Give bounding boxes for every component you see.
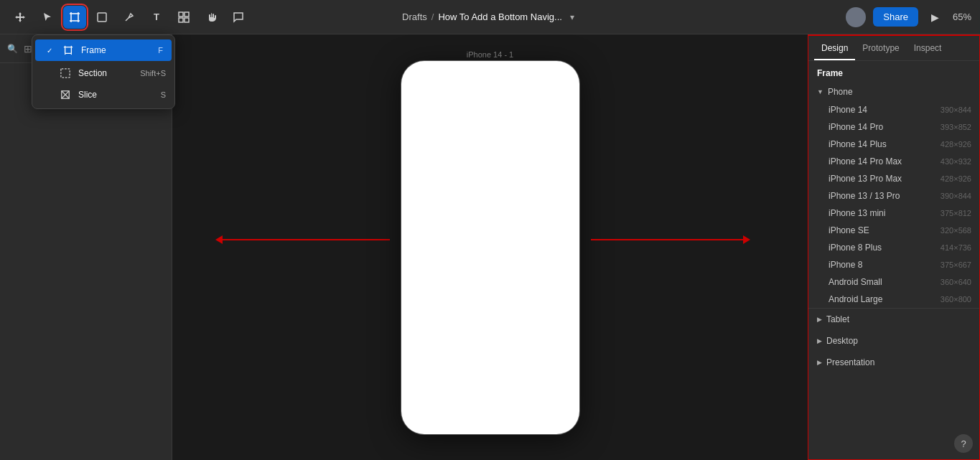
dropdown-frame-shortcut: F <box>158 46 163 55</box>
phone-frame <box>401 61 579 434</box>
frame-item[interactable]: Android Small360×640 <box>808 273 980 291</box>
tablet-chevron-icon: ▶ <box>817 316 822 323</box>
phone-chevron-icon: ▼ <box>817 88 823 95</box>
section-check-placeholder <box>41 67 52 79</box>
frame-item[interactable]: iPhone SE320×568 <box>808 222 980 239</box>
frame-item-size: 360×640 <box>941 278 971 286</box>
svg-rect-21 <box>61 69 70 78</box>
tab-design[interactable]: Design <box>814 36 855 60</box>
play-button[interactable]: ▶ <box>925 7 946 27</box>
breadcrumb-chevron-icon[interactable]: ▾ <box>566 11 578 23</box>
frame-item[interactable]: iPhone 14 Plus428×926 <box>808 136 980 153</box>
frame-tool-button[interactable] <box>63 6 86 29</box>
arrow-left-head <box>215 235 223 244</box>
frame-item[interactable]: iPhone 14390×844 <box>808 101 980 118</box>
right-arrow <box>591 239 751 240</box>
frame-tool-dropdown: ✓ Frame F Section Shift+S Slice S <box>32 34 175 109</box>
svg-rect-0 <box>71 14 78 21</box>
frame-item-label: iPhone 8 <box>829 260 862 270</box>
svg-rect-13 <box>185 18 189 22</box>
frame-item-label: iPhone 13 / 13 Pro <box>829 191 900 201</box>
tab-prototype[interactable]: Prototype <box>855 36 906 60</box>
frame-item-label: iPhone 14 Plus <box>829 139 887 149</box>
frame-item[interactable]: iPhone 14 Pro Max430×932 <box>808 153 980 170</box>
frame-item-size: 390×844 <box>941 105 971 114</box>
presentation-chevron-icon: ▶ <box>817 359 822 366</box>
section-icon <box>60 67 71 79</box>
pen-tool-button[interactable] <box>118 6 141 29</box>
frame-item-size: 320×568 <box>941 226 971 235</box>
dropdown-item-slice[interactable]: Slice S <box>32 84 174 105</box>
frame-item-label: iPhone 14 Pro <box>829 122 883 132</box>
breadcrumb-section[interactable]: Drafts <box>402 11 427 22</box>
desktop-chevron-icon: ▶ <box>817 337 822 344</box>
frame-item[interactable]: iPhone 8 Plus414×736 <box>808 239 980 256</box>
category-desktop-label: Desktop <box>826 336 858 346</box>
avatar <box>846 7 866 27</box>
right-panel-content: Frame ▼ Phone iPhone 14390×844iPhone 14 … <box>808 61 980 460</box>
frame-item-size: 393×852 <box>941 123 971 131</box>
toolbar-center: Drafts / How To Add a Bottom Navig... ▾ <box>402 11 578 23</box>
comment-tool-button[interactable] <box>227 6 250 29</box>
category-phone[interactable]: ▼ Phone <box>808 83 980 101</box>
frame-item-size: 375×667 <box>941 260 971 269</box>
frame-item-label: iPhone 8 Plus <box>829 243 882 253</box>
move-tool-button[interactable] <box>9 6 32 29</box>
frame-icon <box>62 44 74 56</box>
frame-item[interactable]: iPhone 13 / 13 Pro390×844 <box>808 187 980 205</box>
frame-item[interactable]: iPhone 14 Pro393×852 <box>808 118 980 136</box>
category-tablet[interactable]: ▶ Tablet <box>808 309 980 330</box>
frame-item-size: 360×800 <box>941 295 971 304</box>
frame-item[interactable]: iPhone 13 Pro Max428×926 <box>808 170 980 187</box>
shape-tool-button[interactable] <box>90 6 113 29</box>
frame-item-size: 428×926 <box>941 174 971 183</box>
category-presentation[interactable]: ▶ Presentation <box>808 352 980 373</box>
toolbar: T Drafts / How To Add a Bottom Navig... … <box>0 0 980 34</box>
check-icon: ✓ <box>44 44 55 56</box>
dropdown-frame-label: Frame <box>81 45 151 55</box>
arrow-right-head <box>743 235 750 244</box>
arrow-right-line <box>591 239 744 240</box>
dropdown-slice-shortcut: S <box>161 90 166 99</box>
category-desktop[interactable]: ▶ Desktop <box>808 330 980 352</box>
breadcrumb-title[interactable]: How To Add a Bottom Navig... <box>438 11 561 22</box>
dropdown-section-shortcut: Shift+S <box>140 69 166 78</box>
frame-item-label: iPhone SE <box>829 225 869 235</box>
frame-item-label: iPhone 14 Pro Max <box>829 156 902 166</box>
right-panel: Design Prototype Inspect Frame ▼ Phone i… <box>808 34 980 460</box>
text-tool-button[interactable]: T <box>145 6 168 29</box>
frame-item[interactable]: iPhone 13 mini375×812 <box>808 205 980 222</box>
frame-item-size: 428×926 <box>941 140 971 149</box>
components-tool-button[interactable] <box>172 6 195 29</box>
category-phone-label: Phone <box>828 87 853 97</box>
dropdown-section-label: Section <box>78 68 133 78</box>
zoom-level[interactable]: 65% <box>953 11 971 22</box>
select-tool-button[interactable] <box>36 6 59 29</box>
svg-rect-10 <box>179 12 183 17</box>
frame-item-size: 430×932 <box>941 157 971 166</box>
frame-item-label: iPhone 14 <box>829 105 867 115</box>
category-tablet-label: Tablet <box>826 314 849 324</box>
dropdown-item-frame[interactable]: ✓ Frame F <box>35 39 172 61</box>
tab-inspect[interactable]: Inspect <box>907 36 949 60</box>
breadcrumb-separator: / <box>431 11 434 22</box>
dropdown-item-section[interactable]: Section Shift+S <box>32 62 174 84</box>
frame-item-label: Android Large <box>829 294 882 304</box>
share-button[interactable]: Share <box>873 7 918 27</box>
frame-item[interactable]: Android Large360×800 <box>808 291 980 308</box>
hand-tool-button[interactable] <box>200 6 223 29</box>
breadcrumb: Drafts / How To Add a Bottom Navig... <box>402 11 562 22</box>
slice-icon <box>60 89 71 100</box>
frame-item-label: iPhone 13 mini <box>829 208 885 218</box>
frame-item[interactable]: iPhone 8375×667 <box>808 256 980 273</box>
canvas-area[interactable]: iPhone 14 - 1 <box>172 34 808 460</box>
svg-rect-14 <box>65 47 72 54</box>
left-arrow <box>215 239 390 240</box>
search-icon[interactable]: 🔍 <box>7 44 18 54</box>
toolbar-right: Share ▶ 65% <box>846 7 971 27</box>
frame-item-label: iPhone 13 Pro Max <box>829 174 902 184</box>
frame-item-size: 414×736 <box>941 243 971 252</box>
right-panel-tabs: Design Prototype Inspect <box>808 36 980 61</box>
help-button[interactable]: ? <box>954 434 973 453</box>
category-presentation-label: Presentation <box>826 357 874 367</box>
